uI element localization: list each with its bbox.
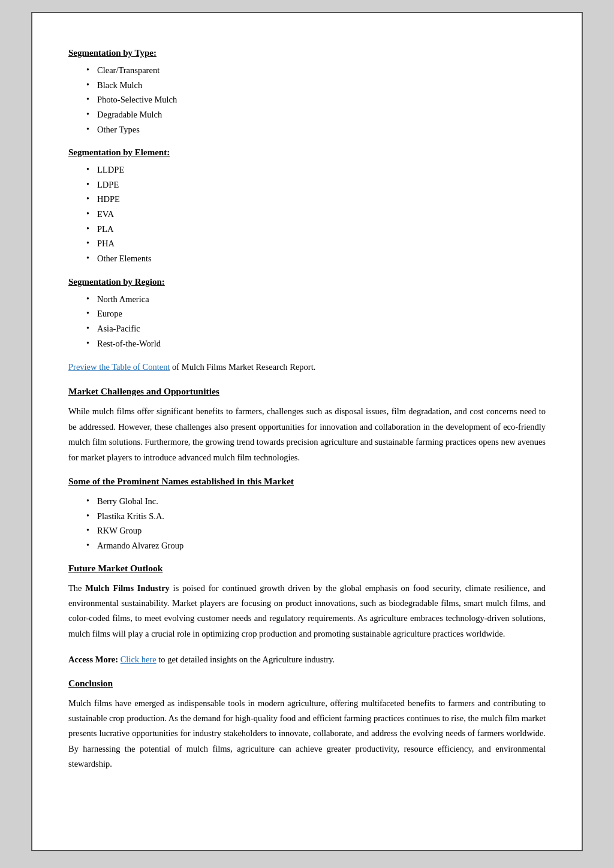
future-outlook-prefix: The: [68, 583, 85, 593]
list-item: PHA: [86, 236, 546, 251]
access-more-suffix: to get detailed insights on the Agricult…: [156, 655, 335, 664]
list-item: Degradable Mulch: [86, 107, 546, 122]
list-item: PLA: [86, 222, 546, 237]
list-item: LDPE: [86, 177, 546, 192]
list-item: HDPE: [86, 192, 546, 207]
market-challenges-body: While mulch films offer significant bene…: [68, 404, 546, 465]
list-item: Plastika Kritis S.A.: [86, 509, 546, 524]
conclusion-section: Conclusion Mulch films have emerged as i…: [68, 678, 546, 772]
segmentation-element-heading: Segmentation by Element:: [68, 147, 546, 158]
list-item: Clear/Transparent: [86, 63, 546, 78]
list-item: Armando Alvarez Group: [86, 538, 546, 553]
segmentation-type-list: Clear/Transparent Black Mulch Photo-Sele…: [86, 63, 546, 137]
segmentation-region-section: Segmentation by Region: North America Eu…: [68, 277, 546, 351]
list-item: Europe: [86, 306, 546, 321]
prominent-names-section: Some of the Prominent Names established …: [68, 476, 546, 553]
page-container: Segmentation by Type: Clear/Transparent …: [31, 12, 583, 851]
preview-line-suffix: of Mulch Films Market Research Report.: [170, 362, 315, 372]
segmentation-type-section: Segmentation by Type: Clear/Transparent …: [68, 48, 546, 137]
list-item: Photo-Selective Mulch: [86, 92, 546, 107]
access-more-line: Access More: Click here to get detailed …: [68, 652, 546, 667]
future-outlook-heading: Future Market Outlook: [68, 563, 546, 574]
market-challenges-heading: Market Challenges and Opportunities: [68, 386, 546, 397]
segmentation-element-list: LLDPE LDPE HDPE EVA PLA PHA Other Elemen…: [86, 162, 546, 266]
future-outlook-section: Future Market Outlook The Mulch Films In…: [68, 563, 546, 642]
segmentation-element-section: Segmentation by Element: LLDPE LDPE HDPE…: [68, 147, 546, 266]
list-item: Other Types: [86, 122, 546, 137]
prominent-names-heading: Some of the Prominent Names established …: [68, 476, 546, 487]
list-item: EVA: [86, 207, 546, 222]
list-item: North America: [86, 292, 546, 307]
prominent-names-list: Berry Global Inc. Plastika Kritis S.A. R…: [86, 494, 546, 553]
list-item: RKW Group: [86, 523, 546, 538]
segmentation-type-heading: Segmentation by Type:: [68, 48, 546, 58]
future-outlook-bold: Mulch Films Industry: [85, 583, 169, 593]
future-outlook-body: The Mulch Films Industry is poised for c…: [68, 581, 546, 642]
conclusion-heading: Conclusion: [68, 678, 546, 689]
preview-table-link[interactable]: Preview the Table of Content: [68, 362, 170, 372]
segmentation-region-list: North America Europe Asia-Pacific Rest-o…: [86, 292, 546, 351]
list-item: Berry Global Inc.: [86, 494, 546, 509]
list-item: Rest-of-the-World: [86, 336, 546, 351]
list-item: LLDPE: [86, 162, 546, 177]
list-item: Other Elements: [86, 251, 546, 266]
conclusion-body: Mulch films have emerged as indispensabl…: [68, 696, 546, 772]
list-item: Black Mulch: [86, 78, 546, 93]
list-item: Asia-Pacific: [86, 321, 546, 336]
segmentation-region-heading: Segmentation by Region:: [68, 277, 546, 287]
access-more-label: Access More:: [68, 655, 118, 664]
market-challenges-section: Market Challenges and Opportunities Whil…: [68, 386, 546, 465]
access-more-link[interactable]: Click here: [121, 655, 156, 664]
preview-line: Preview the Table of Content of Mulch Fi…: [68, 360, 546, 374]
